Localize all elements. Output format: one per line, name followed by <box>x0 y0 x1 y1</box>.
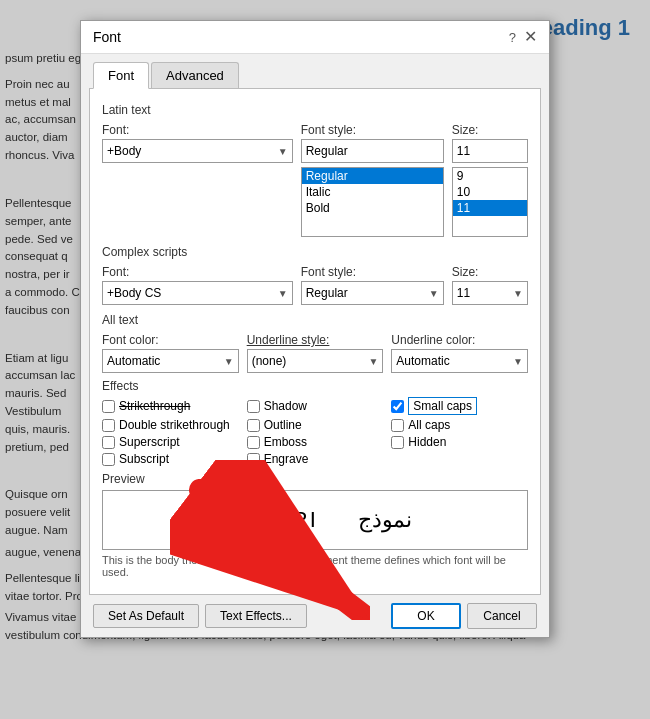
superscript-label: Superscript <box>119 435 180 449</box>
ok-button[interactable]: OK <box>391 603 461 629</box>
underline-color-value: Automatic <box>396 354 449 368</box>
underline-style-group: Underline style: (none) ▼ <box>247 333 384 373</box>
style-option-regular[interactable]: Regular <box>302 168 443 184</box>
size-option-10[interactable]: 10 <box>453 184 527 200</box>
underline-u: Underline style: <box>247 333 330 347</box>
small-caps-checkbox[interactable] <box>391 400 404 413</box>
cs-size-arrow: ▼ <box>513 288 523 299</box>
strikethrough-text: Strikethrough <box>119 399 190 413</box>
cs-font-value: +Body CS <box>107 286 161 300</box>
subscript-item: Subscript <box>102 452 239 466</box>
cs-size-input[interactable]: 11 ▼ <box>452 281 528 305</box>
outline-item: Outline <box>247 418 384 432</box>
latin-row-labels: Font: +Body ▼ Font style: Size: <box>102 123 528 163</box>
outline-checkbox[interactable] <box>247 419 260 432</box>
cs-size-value: 11 <box>457 286 470 300</box>
all-caps-item: All caps <box>391 418 528 432</box>
engrave-checkbox[interactable] <box>247 453 260 466</box>
preview-latin: Calibri <box>218 507 318 533</box>
dialog-tabs: Font Advanced <box>81 54 549 88</box>
effects-empty <box>391 452 528 466</box>
font-color-group: Font color: Automatic ▼ <box>102 333 239 373</box>
style-option-bold[interactable]: Bold <box>302 200 443 216</box>
small-caps-label: Small caps <box>408 397 477 415</box>
size-input[interactable] <box>452 139 528 163</box>
underline-color-label: Underline color: <box>391 333 528 347</box>
underline-style-value: (none) <box>252 354 287 368</box>
hidden-checkbox[interactable] <box>391 436 404 449</box>
font-color-input[interactable]: Automatic ▼ <box>102 349 239 373</box>
superscript-checkbox[interactable] <box>102 436 115 449</box>
cancel-button[interactable]: Cancel <box>467 603 537 629</box>
dialog-content: Latin text Font: +Body ▼ Font style: Siz… <box>89 88 541 595</box>
engrave-label: Engrave <box>264 452 309 466</box>
set-as-default-button[interactable]: Set As Default <box>93 604 199 628</box>
emboss-checkbox[interactable] <box>247 436 260 449</box>
preview-arabic: نموذج <box>358 507 412 533</box>
style-list[interactable]: Regular Italic Bold <box>301 167 444 237</box>
text-effects-button[interactable]: Text Effects... <box>205 604 307 628</box>
cs-style-input[interactable]: Regular ▼ <box>301 281 444 305</box>
subscript-checkbox[interactable] <box>102 453 115 466</box>
close-button[interactable]: ✕ <box>524 29 537 45</box>
hidden-item: Hidden <box>391 435 528 449</box>
emboss-item: Emboss <box>247 435 384 449</box>
font-spacer <box>102 167 293 237</box>
cs-font-group: Font: +Body CS ▼ <box>102 265 293 305</box>
size-field-group: Size: <box>452 123 528 163</box>
size-list[interactable]: 9 10 11 <box>452 167 528 237</box>
font-input[interactable]: +Body ▼ <box>102 139 293 163</box>
cs-size-group: Size: 11 ▼ <box>452 265 528 305</box>
hidden-label: Hidden <box>408 435 446 449</box>
all-caps-checkbox[interactable] <box>391 419 404 432</box>
latin-lists-row: Regular Italic Bold 9 10 11 <box>102 167 528 237</box>
style-option-italic[interactable]: Italic <box>302 184 443 200</box>
size-option-11[interactable]: 11 <box>453 200 527 216</box>
font-dialog: Font ? ✕ Font Advanced Latin text Font: … <box>80 20 550 638</box>
dialog-footer: Set As Default Text Effects... OK Cancel <box>81 595 549 637</box>
strikethrough-checkbox[interactable] <box>102 400 115 413</box>
underline-style-arrow: ▼ <box>368 356 378 367</box>
size-option-9[interactable]: 9 <box>453 168 527 184</box>
font-field-group: Font: +Body ▼ <box>102 123 293 163</box>
titlebar-controls: ? ✕ <box>509 29 537 45</box>
effects-grid: Strikethrough Shadow Small caps Double s… <box>102 397 528 466</box>
dialog-title: Font <box>93 29 121 45</box>
underline-color-arrow: ▼ <box>513 356 523 367</box>
shadow-item: Shadow <box>247 397 384 415</box>
shadow-checkbox[interactable] <box>247 400 260 413</box>
style-input[interactable] <box>301 139 444 163</box>
cs-font-label: Font: <box>102 265 293 279</box>
strikethrough-item: Strikethrough <box>102 397 239 415</box>
underline-color-input[interactable]: Automatic ▼ <box>391 349 528 373</box>
small-caps-item: Small caps <box>391 397 528 415</box>
double-strikethrough-item: Double strikethrough <box>102 418 239 432</box>
double-strikethrough-checkbox[interactable] <box>102 419 115 432</box>
tab-font[interactable]: Font <box>93 62 149 89</box>
underline-style-input[interactable]: (none) ▼ <box>247 349 384 373</box>
cs-font-input[interactable]: +Body CS ▼ <box>102 281 293 305</box>
effects-label: Effects <box>102 379 528 393</box>
cs-style-label: Font style: <box>301 265 444 279</box>
style-list-group: Regular Italic Bold <box>301 167 444 237</box>
tab-advanced[interactable]: Advanced <box>151 62 239 88</box>
font-color-arrow: ▼ <box>224 356 234 367</box>
all-text-label: All text <box>102 313 528 327</box>
engrave-item: Engrave <box>247 452 384 466</box>
underline-color-group: Underline color: Automatic ▼ <box>391 333 528 373</box>
font-dropdown-arrow: ▼ <box>278 146 288 157</box>
style-label: Font style: <box>301 123 444 137</box>
complex-row: Font: +Body CS ▼ Font style: Regular ▼ S… <box>102 265 528 305</box>
all-caps-label: All caps <box>408 418 450 432</box>
footer-left: Set As Default Text Effects... <box>93 604 307 628</box>
size-list-group: 9 10 11 <box>452 167 528 237</box>
all-text-row: Font color: Automatic ▼ Underline style:… <box>102 333 528 373</box>
cs-size-label: Size: <box>452 265 528 279</box>
latin-text-label: Latin text <box>102 103 528 117</box>
cs-font-arrow: ▼ <box>278 288 288 299</box>
help-button[interactable]: ? <box>509 30 516 45</box>
cs-style-value: Regular <box>306 286 348 300</box>
superscript-item: Superscript <box>102 435 239 449</box>
font-color-label: Font color: <box>102 333 239 347</box>
preview-description: This is the body theme font. The current… <box>102 554 528 578</box>
